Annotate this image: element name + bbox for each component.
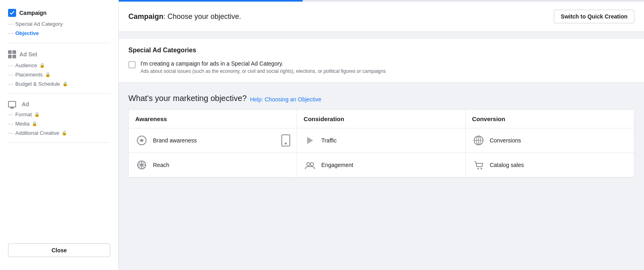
reach-label: Reach [153,162,169,168]
campaign-title-suffix: : Choose your objective. [163,12,241,21]
special-ad-checkbox[interactable] [128,61,136,68]
reach-icon [135,159,148,171]
objective-label: Objective [15,30,39,36]
brand-awareness-label: Brand awareness [153,137,197,144]
svg-marker-7 [307,137,313,144]
traffic-label: Traffic [321,137,336,144]
conversions-icon [472,134,485,147]
campaign-label: Campaign [19,10,47,16]
sidebar-item-special-ad-category[interactable]: Special Ad Category [15,19,118,29]
media-lock-icon: 🔒 [32,121,37,126]
close-button[interactable]: Close [8,243,110,257]
format-lock-icon: 🔒 [34,112,40,117]
sidebar-item-budget-schedule[interactable]: Budget & Schedule 🔒 [15,79,118,89]
sidebar-adset-header: Ad Set [0,48,118,61]
conversions-item[interactable]: Conversions [466,128,634,153]
conversions-label: Conversions [490,137,521,144]
help-link[interactable]: Help: Choosing an Objective [250,96,321,103]
svg-point-14 [477,168,479,169]
engagement-label: Engagement [321,162,353,168]
adset-grid-icon [8,50,16,58]
conversion-column: Conversion Conversions [466,110,634,177]
conversion-header: Conversion [466,110,634,128]
campaign-title: Campaign: Choose your objective. [128,12,241,21]
mobile-device-icon [281,134,290,146]
sidebar-item-audience[interactable]: Audience 🔒 [15,61,118,70]
catalog-sales-label: Catalog sales [490,162,524,168]
special-ad-checkbox-label: I'm creating a campaign for ads in a Spe… [140,60,386,67]
special-ad-row: I'm creating a campaign for ads in a Spe… [128,60,634,74]
svg-point-8 [307,163,310,166]
engagement-item[interactable]: Engagement [297,153,465,177]
sidebar-item-format[interactable]: Format 🔒 [15,110,118,119]
objective-section: What's your marketing objective? Help: C… [119,86,644,181]
sidebar-divider-3 [8,142,110,143]
special-ad-category-label: Special Ad Category [15,21,63,27]
audience-label: Audience [15,62,37,68]
special-ad-text-block: I'm creating a campaign for ads in a Spe… [140,60,386,74]
traffic-icon [303,134,316,147]
special-ad-card: Special Ad Categories I'm creating a cam… [119,38,644,82]
consideration-column: Consideration Traffic [297,110,465,177]
campaign-checkbox-icon [8,9,16,17]
objective-question-text: What's your marketing objective? [128,94,247,103]
sidebar-divider-1 [8,43,110,43]
svg-point-1 [140,139,143,142]
sidebar-item-additional-creative[interactable]: Additional Creative 🔒 [15,128,118,138]
brand-awareness-icon [135,134,148,147]
audience-lock-icon: 🔒 [39,63,45,68]
ad-tree: Format 🔒 Media 🔒 Additional Creative 🔒 [0,110,118,138]
sidebar-item-media[interactable]: Media 🔒 [15,119,118,128]
traffic-item[interactable]: Traffic [297,128,465,153]
catalog-sales-item[interactable]: Catalog sales [466,153,634,177]
sidebar-divider-2 [8,93,110,94]
engagement-icon [303,159,316,171]
campaign-header: Campaign: Choose your objective. Switch … [119,2,644,32]
special-ad-title: Special Ad Categories [128,47,634,54]
sidebar-item-placements[interactable]: Placements 🔒 [15,70,118,79]
adset-label: Ad Set [19,51,37,58]
format-label: Format [15,111,32,117]
sidebar-ad-header: Ad [0,99,118,110]
budget-lock-icon: 🔒 [62,81,68,87]
sidebar: Campaign Special Ad Category Objective A… [0,0,119,270]
svg-point-15 [481,168,482,169]
reach-item[interactable]: Reach [129,153,297,177]
special-ad-checkbox-subtext: Ads about social issues (such as the eco… [140,68,386,74]
objective-question: What's your marketing objective? [128,94,247,103]
media-label: Media [15,121,29,127]
consideration-header: Consideration [297,110,465,128]
objectives-grid: Awareness Brand awareness [128,109,634,178]
catalog-sales-icon [472,159,485,171]
ad-monitor-icon [8,101,16,107]
placements-label: Placements [15,72,43,78]
additional-creative-label: Additional Creative [15,130,59,136]
objective-header-row: What's your marketing objective? Help: C… [128,94,634,105]
content-area: Special Ad Categories I'm creating a cam… [119,32,644,188]
sidebar-item-objective[interactable]: Objective [15,29,118,38]
sidebar-campaign-header: Campaign [0,6,118,19]
campaign-tree: Special Ad Category Objective [0,19,118,38]
awareness-header: Awareness [129,110,297,128]
brand-awareness-item[interactable]: Brand awareness [129,128,297,153]
adset-tree: Audience 🔒 Placements 🔒 Budget & Schedul… [0,61,118,89]
campaign-title-bold: Campaign [128,12,163,21]
ad-label: Ad [22,101,29,107]
awareness-column: Awareness Brand awareness [129,110,297,177]
placements-lock-icon: 🔒 [45,72,51,77]
main-content: Campaign: Choose your objective. Switch … [119,0,644,270]
additional-creative-lock-icon: 🔒 [62,130,67,136]
budget-schedule-label: Budget & Schedule [15,81,60,87]
switch-to-quick-creation-button[interactable]: Switch to Quick Creation [554,10,634,23]
svg-point-9 [310,163,314,166]
